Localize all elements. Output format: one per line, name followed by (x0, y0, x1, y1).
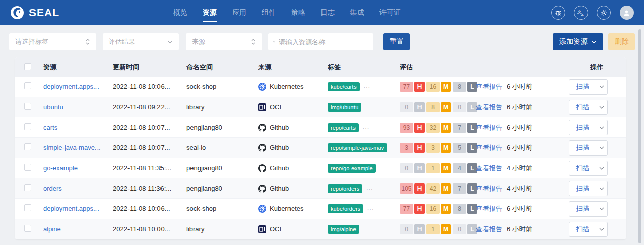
view-report-link[interactable]: 查看报告 (476, 184, 502, 193)
scan-relative-time: 6 小时前 (507, 103, 532, 112)
nav-item[interactable]: 应用 (232, 0, 246, 25)
resource-name-link[interactable]: simple-java-mave... (43, 144, 101, 151)
column-header-updated[interactable]: 更新时间 (113, 63, 186, 72)
tag-badge[interactable]: img/alpine (328, 225, 359, 234)
scan-dropdown-button[interactable] (596, 202, 607, 216)
tag-badge[interactable]: kube/orders (328, 204, 363, 213)
tag-badge[interactable]: kube/carts (328, 82, 360, 91)
nav-item[interactable]: 概览 (173, 0, 187, 25)
resource-name-link[interactable]: alpine (43, 225, 61, 233)
scan-relative-time: 6 小时前 (507, 225, 532, 234)
result-filter-select[interactable]: 评估结果 (103, 33, 179, 50)
tag-badge[interactable]: repo/orders (328, 184, 362, 193)
scan-dropdown-button[interactable] (596, 161, 607, 175)
high-label: H (414, 163, 425, 173)
view-report-link[interactable]: 查看报告 (476, 143, 502, 152)
row-checkbox[interactable] (24, 103, 31, 110)
scan-dropdown-button[interactable] (596, 181, 607, 196)
column-header-tags[interactable]: 标签 (328, 63, 400, 72)
high-severity-badge: 0H (400, 163, 425, 173)
select-all-checkbox[interactable] (24, 63, 31, 70)
column-header-operations[interactable]: 操作 (569, 63, 626, 72)
view-report-link[interactable]: 查看报告 (476, 82, 502, 91)
medium-label: M (441, 183, 451, 194)
high-severity-badge: 93H (400, 122, 425, 133)
scan-dropdown-button[interactable] (596, 141, 607, 155)
resource-name-link[interactable]: deployment.apps... (43, 205, 99, 212)
row-checkbox[interactable] (24, 123, 31, 130)
scan-button[interactable]: 扫描 (569, 181, 596, 196)
view-report-link[interactable]: 查看报告 (476, 103, 502, 112)
tag-badge[interactable]: repo/simple-java-mav (328, 143, 387, 152)
nav-item[interactable]: 策略 (291, 0, 305, 25)
medium-severity-badge: 32M (426, 122, 451, 133)
column-header-source[interactable]: 来源 (258, 63, 328, 72)
vertical-scrollbar[interactable] (638, 29, 641, 243)
chevron-down-icon (599, 207, 604, 210)
scan-button[interactable]: 扫描 (569, 100, 596, 114)
high-label: H (414, 183, 425, 194)
low-count: 4 (453, 163, 466, 173)
tag-badge[interactable]: repo/carts (328, 123, 359, 132)
nav-item[interactable]: 集成 (350, 0, 364, 25)
delete-button[interactable]: 删除 (608, 33, 635, 50)
add-resource-button[interactable]: 添加资源 (553, 33, 603, 50)
scan-dropdown-button[interactable] (596, 120, 607, 135)
nav-item[interactable]: 资源 (203, 0, 217, 25)
row-checkbox[interactable] (24, 184, 31, 191)
resource-search-input[interactable] (279, 38, 368, 46)
resource-name-link[interactable]: ubuntu (43, 103, 63, 111)
resource-name-link[interactable]: go-example (43, 164, 78, 172)
row-checkbox[interactable] (24, 164, 31, 171)
row-checkbox[interactable] (24, 204, 31, 211)
source-filter-select[interactable]: 来源 (186, 33, 262, 50)
view-report-link[interactable]: 查看报告 (476, 204, 502, 213)
chevron-down-icon (167, 40, 173, 44)
view-report-link[interactable]: 查看报告 (476, 123, 502, 132)
nav-item[interactable]: 许可证 (379, 0, 401, 25)
resource-name-link[interactable]: carts (43, 124, 57, 131)
scan-button[interactable]: 扫描 (569, 202, 596, 216)
tag-filter-select[interactable]: 请选择标签 (9, 33, 96, 50)
high-severity-badge: 3H (400, 143, 425, 153)
scan-dropdown-button[interactable] (596, 80, 607, 94)
severity-badges: 77H 16M 8L (400, 204, 476, 214)
chevron-down-icon (599, 126, 604, 129)
low-severity-badge: 0L (453, 102, 477, 112)
row-checkbox[interactable] (24, 143, 31, 150)
resource-name-link[interactable]: orders (43, 185, 62, 192)
scan-button[interactable]: 扫描 (569, 120, 596, 135)
bug-report-icon[interactable] (551, 6, 565, 20)
row-checkbox[interactable] (24, 225, 31, 232)
table-row: alpine 2022-11-08 10:00... library OCI i… (15, 219, 626, 239)
high-severity-badge: 0H (400, 224, 425, 234)
language-translate-icon[interactable]: 文 A (574, 6, 588, 20)
scan-button[interactable]: 扫描 (569, 222, 596, 236)
reset-button[interactable]: 重置 (383, 33, 410, 50)
scan-button[interactable]: 扫描 (569, 141, 596, 155)
nav-item[interactable]: 日志 (320, 0, 335, 25)
nav-item[interactable]: 组件 (262, 0, 276, 25)
updown-caret-icon (251, 38, 256, 45)
column-header-assessment[interactable]: 评估 (400, 63, 569, 72)
header-icon-group: 文 A (551, 6, 634, 20)
tag-badge[interactable]: repo/go-example (328, 164, 376, 173)
scan-dropdown-button[interactable] (596, 100, 607, 114)
resource-name-link[interactable]: deployment.apps... (43, 83, 99, 90)
view-report-link[interactable]: 查看报告 (476, 225, 502, 234)
tag-badge[interactable]: img/ubuntu (328, 103, 361, 112)
updated-time: 2022-11-08 10:07... (113, 144, 186, 151)
tag-filter-placeholder: 请选择标签 (15, 37, 48, 46)
user-avatar[interactable] (620, 6, 634, 20)
table-row: deployment.apps... 2022-11-08 10:06... s… (15, 77, 626, 97)
low-count: 5 (453, 143, 466, 153)
column-header-namespace[interactable]: 命名空间 (186, 63, 258, 72)
scan-button[interactable]: 扫描 (569, 80, 596, 94)
scan-button[interactable]: 扫描 (569, 161, 596, 175)
settings-gear-icon[interactable] (597, 6, 611, 20)
scan-dropdown-button[interactable] (596, 222, 607, 236)
view-report-link[interactable]: 查看报告 (476, 164, 502, 173)
column-header-resource[interactable]: 资源 (43, 63, 113, 72)
namespace: seal-io (186, 144, 258, 151)
row-checkbox[interactable] (24, 82, 31, 89)
